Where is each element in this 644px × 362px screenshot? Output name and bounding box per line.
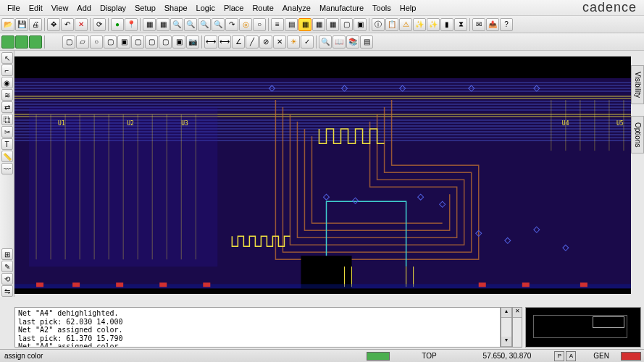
grid2-icon[interactable]: ▦ xyxy=(156,18,170,31)
assign-color-icon[interactable]: ▦ xyxy=(298,18,311,31)
menu-manufacture[interactable]: Manufacture xyxy=(315,2,368,14)
menu-add[interactable]: Add xyxy=(72,2,96,14)
rect2-icon[interactable]: ▢ xyxy=(104,35,117,49)
menu-shape[interactable]: Shape xyxy=(160,2,192,14)
info-icon[interactable]: ⓘ xyxy=(372,18,385,31)
redo-icon[interactable]: ↷ xyxy=(225,18,238,31)
tab-options[interactable]: Options xyxy=(631,116,644,153)
menu-file[interactable]: File xyxy=(3,2,25,14)
net-icon[interactable]: ≋ xyxy=(1,89,13,101)
circle-icon[interactable]: ○ xyxy=(253,18,266,31)
export-icon[interactable]: 📤 xyxy=(486,18,499,31)
rotate-icon[interactable]: ⟲ xyxy=(1,273,13,285)
report-icon[interactable]: 📋 xyxy=(385,18,398,31)
layers-icon[interactable]: ▦ xyxy=(312,18,325,31)
zoom-prev-icon[interactable]: 🔍 xyxy=(212,18,225,31)
dim2-icon[interactable]: ⟷ xyxy=(218,35,231,49)
noline-icon[interactable]: ⊘ xyxy=(259,35,272,49)
close-icon[interactable]: ✕ xyxy=(513,308,522,318)
book2-icon[interactable]: 📚 xyxy=(346,35,359,49)
slide-icon[interactable]: ⇄ xyxy=(1,101,13,113)
rect4-icon[interactable]: ▢ xyxy=(131,35,144,49)
stack-icon[interactable]: ▤ xyxy=(360,35,373,49)
list-icon[interactable]: ≡ xyxy=(271,18,284,31)
highlight2-icon[interactable]: ✨ xyxy=(427,18,440,31)
text-icon[interactable]: T xyxy=(1,138,13,150)
zoom-fit-icon[interactable]: 🔍 xyxy=(170,18,183,31)
menu-route[interactable]: Route xyxy=(248,2,277,14)
window-icon[interactable]: ▢ xyxy=(340,18,353,31)
hourglass-icon[interactable]: ⧗ xyxy=(454,18,467,31)
target-icon[interactable]: ◎ xyxy=(239,18,252,31)
console-close[interactable]: ✕ xyxy=(512,307,522,348)
menu-analyze[interactable]: Analyze xyxy=(278,2,315,14)
menu-place[interactable]: Place xyxy=(219,2,248,14)
select-icon[interactable]: ↖ xyxy=(1,52,13,64)
world-view[interactable] xyxy=(525,307,641,348)
menu-help[interactable]: Help xyxy=(396,2,421,14)
help-icon[interactable]: ? xyxy=(500,18,513,31)
zoom-in-icon[interactable]: 🔍 xyxy=(184,18,197,31)
undo-icon[interactable]: ↶ xyxy=(61,18,74,31)
check-icon[interactable]: ✓ xyxy=(301,35,314,49)
cline-icon[interactable]: 〰 xyxy=(1,163,13,174)
console-scrollbar[interactable]: ▴ ▾ xyxy=(501,307,512,348)
menu-tools[interactable]: Tools xyxy=(368,2,396,14)
mail-icon[interactable]: ✉ xyxy=(472,18,485,31)
rect-icon[interactable]: ▢ xyxy=(62,35,75,49)
sun-icon[interactable]: ☀ xyxy=(287,35,300,49)
menu-view[interactable]: View xyxy=(47,2,73,14)
dim-icon[interactable]: ⟷ xyxy=(204,35,217,49)
open-icon[interactable]: 📂 xyxy=(1,18,14,31)
rect7-icon[interactable]: ▣ xyxy=(172,35,185,49)
highlight-icon[interactable]: ● xyxy=(111,18,124,31)
refresh-icon[interactable]: ⟳ xyxy=(93,18,106,31)
shape-fill2-icon[interactable] xyxy=(15,35,28,49)
drc-icon[interactable]: ⚠ xyxy=(399,18,412,31)
mirror-icon[interactable]: ⇋ xyxy=(1,285,13,297)
menu-edit[interactable]: Edit xyxy=(25,2,47,14)
line-icon[interactable]: ╱ xyxy=(246,35,259,49)
status-color-swatch[interactable] xyxy=(367,352,390,361)
search-icon[interactable]: 🔍 xyxy=(319,35,332,49)
rats-icon[interactable]: ▤ xyxy=(285,18,298,31)
pin-icon[interactable]: 📍 xyxy=(125,18,138,31)
constraint-icon[interactable]: ▦ xyxy=(326,18,339,31)
route-icon[interactable]: ⌐ xyxy=(1,64,13,76)
rect6-icon[interactable]: ▢ xyxy=(159,35,172,49)
filter-icon[interactable]: ▮ xyxy=(440,18,453,31)
cancel-icon[interactable]: ✕ xyxy=(75,18,88,31)
grid-icon[interactable]: ▦ xyxy=(143,18,156,31)
camera-icon[interactable]: 📷 xyxy=(186,35,199,49)
menu-logic[interactable]: Logic xyxy=(192,2,219,14)
circle2-icon[interactable]: ○ xyxy=(90,35,103,49)
pcb-canvas[interactable]: U1U2U3 U4U5 xyxy=(14,56,631,294)
tab-visibility[interactable]: Visibility xyxy=(631,65,644,104)
zoom-out-icon[interactable]: 🔍 xyxy=(198,18,211,31)
window2-icon[interactable]: ▣ xyxy=(354,18,367,31)
rect5-icon[interactable]: ▢ xyxy=(145,35,158,49)
copy-icon[interactable]: ⿻ xyxy=(1,114,13,125)
menu-setup[interactable]: Setup xyxy=(130,2,160,14)
status-a-button[interactable]: A xyxy=(566,351,576,361)
status-layer[interactable]: TOP xyxy=(393,352,465,360)
shape-fill-icon[interactable] xyxy=(1,35,14,49)
via-icon[interactable]: ◉ xyxy=(1,77,13,88)
rect3-icon[interactable]: ▣ xyxy=(117,35,130,49)
scroll-up-icon[interactable]: ▴ xyxy=(501,308,511,318)
scroll-down-icon[interactable]: ▾ xyxy=(501,337,511,347)
cross-icon[interactable]: ✕ xyxy=(273,35,286,49)
status-drc-indicator[interactable] xyxy=(621,352,641,361)
delete-icon[interactable]: ✂ xyxy=(1,126,13,138)
save-icon[interactable]: 💾 xyxy=(15,18,28,31)
poly-icon[interactable]: ▱ xyxy=(76,35,89,49)
print-icon[interactable]: 🖨 xyxy=(29,18,42,31)
measure-icon[interactable]: 📏 xyxy=(1,151,13,162)
move-icon[interactable]: ✥ xyxy=(47,18,60,31)
shape-fill3-icon[interactable] xyxy=(29,35,42,49)
angle-icon[interactable]: ∠ xyxy=(232,35,245,49)
command-console[interactable]: Net "A4" dehighlighted. last pick: 62.03… xyxy=(14,307,501,348)
menu-display[interactable]: Display xyxy=(96,2,130,14)
snap-icon[interactable]: ⊞ xyxy=(1,248,13,260)
edit-icon[interactable]: ✎ xyxy=(1,261,13,272)
